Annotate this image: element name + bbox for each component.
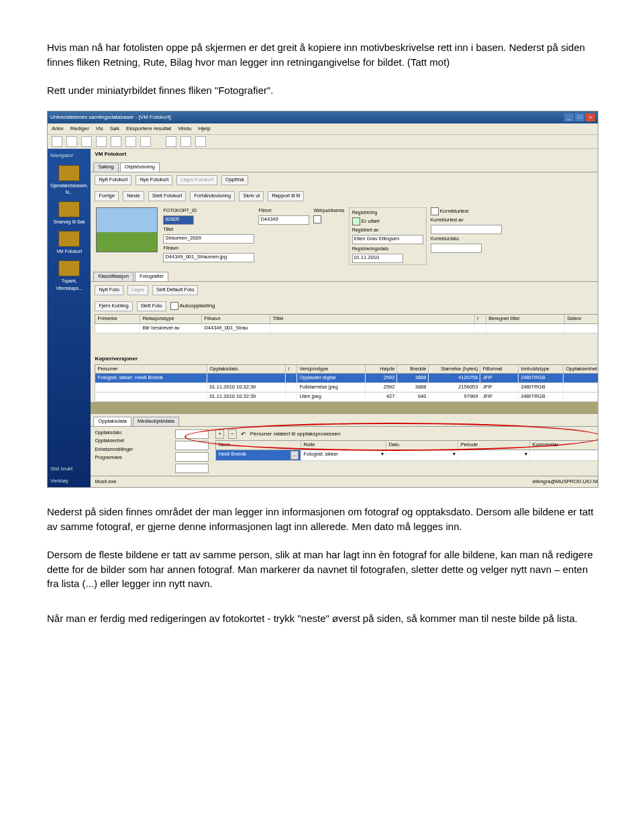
opptaksenhet-field[interactable] — [175, 441, 209, 450]
kopier-row[interactable]: 01.11.2010 10:32:39 Fullstørrelse jpeg 2… — [95, 383, 598, 393]
window-minimize-button[interactable]: _ — [564, 113, 574, 121]
nye-fotokort-button[interactable]: Nye Fotokort — [136, 175, 172, 185]
gh-filnavn[interactable]: Filnavn — [202, 315, 270, 323]
skrivut-button[interactable]: Skriv ut — [239, 191, 264, 201]
photo-thumbnail[interactable] — [96, 207, 158, 252]
forhandsvisning-button[interactable]: Forhåndsvisning — [190, 191, 235, 201]
slett-fotokort-button[interactable]: Slett Fotokort — [148, 191, 186, 201]
slettfoto-button[interactable]: Slett Foto — [137, 301, 166, 311]
gh-periode[interactable]: Periode — [458, 441, 530, 450]
tab-fotografier[interactable]: Fotografier — [135, 272, 168, 281]
plus-button[interactable]: + — [215, 429, 224, 439]
lagre-foto-button[interactable]: Lagre — [127, 285, 148, 295]
lagre-fotokort-button[interactable]: Lagre Fotokort — [176, 175, 217, 185]
toolbar-paste-icon[interactable] — [111, 136, 121, 147]
autoopplasting-checkbox[interactable] — [170, 302, 178, 310]
gh-sidenr[interactable]: Sidenr — [565, 315, 598, 323]
registreringsdato-field[interactable]: 01.11.2010 — [352, 254, 403, 263]
gh[interactable]: Opptaksenhet — [564, 365, 598, 374]
toolbar-icon[interactable] — [66, 136, 77, 147]
gh[interactable]: Høyde — [366, 365, 397, 374]
dropdown-icon[interactable]: ▾ — [453, 451, 455, 460]
toolbar-copy-icon[interactable] — [96, 136, 107, 147]
sidebar-item[interactable]: VM Fotokort — [50, 248, 88, 255]
korrekturdato-field[interactable] — [431, 244, 482, 253]
gh-relasjonstype[interactable]: Relasjonstype — [140, 315, 202, 323]
gh[interactable]: Innholdstype — [519, 365, 564, 374]
korrekturlest-checkbox[interactable] — [431, 207, 439, 215]
toolbar-icon[interactable] — [195, 136, 206, 147]
webpubliseres-checkbox[interactable] — [313, 215, 321, 223]
undo-button[interactable]: ↶ — [241, 430, 246, 439]
foto-grid-row[interactable]: Blir beskrevet av D44349_001_Strau — [95, 324, 598, 333]
gh-beregnet[interactable]: Beregnet tittel — [486, 315, 565, 323]
sidebar-item[interactable]: Topark, Vitenskaps... — [50, 278, 88, 291]
window-close-button[interactable]: × — [586, 113, 595, 121]
gh[interactable]: Bredde — [397, 365, 429, 374]
dropdown-icon[interactable]: ▾ — [525, 451, 527, 460]
sidebar-icon[interactable] — [58, 201, 80, 217]
sidebar-item[interactable]: Gjenstandsbasen, N... — [50, 183, 88, 196]
gh[interactable]: Personer — [95, 365, 207, 374]
toolbar-icon[interactable] — [180, 136, 191, 147]
opptaksdato-field[interactable] — [175, 429, 209, 439]
window-maximize-button[interactable]: □ — [575, 113, 584, 121]
tab-klassifikasjon[interactable]: Klassifikasjon — [93, 272, 133, 281]
gh-kommentar[interactable]: Kommentar — [530, 441, 598, 450]
toolbar-icon[interactable] — [52, 136, 62, 147]
gh[interactable]: Versjonstype — [297, 365, 366, 374]
neste-button[interactable]: Neste — [123, 191, 144, 201]
sidebar-icon[interactable] — [58, 165, 80, 181]
sidebar-icon[interactable] — [58, 260, 80, 276]
toolbar-cut-icon[interactable] — [81, 136, 92, 147]
kopier-row[interactable]: Fotograf, sikker: Heidi Breivik Opplaste… — [95, 374, 598, 383]
settdefault-button[interactable]: Sett Default Foto — [152, 285, 198, 295]
menu-hjelp[interactable]: Hjelp — [198, 125, 210, 133]
gh-dato[interactable]: Dato — [386, 441, 458, 450]
sidebar-bottom-item[interactable]: Verktøy — [50, 477, 88, 485]
gh-navn[interactable]: Navn — [216, 441, 301, 450]
tab-objektvisning[interactable]: Objektvisning — [120, 162, 160, 172]
menu-vindu[interactable]: Vindu — [178, 125, 191, 133]
fotokortid-field[interactable]: 82805 — [163, 215, 194, 225]
forrige-button[interactable]: Forrige — [95, 191, 119, 201]
sidebar-item[interactable]: Snarveg til Sak — [50, 219, 88, 225]
oppfrisk-button[interactable]: Oppfrisk — [221, 175, 248, 185]
filmnr-field[interactable]: D44349 — [258, 215, 309, 225]
kopier-row[interactable]: 01.11.2010 10:32:39 Liten jpeg 427 640 9… — [95, 393, 598, 402]
enhetsinnstillinger-field[interactable] — [175, 452, 209, 462]
personer-row[interactable]: Heidi Breivik... Fotograf, sikker▾ ▾ ▾ — [215, 450, 598, 461]
gh[interactable]: Opptaksdato — [207, 365, 286, 374]
tab-soking[interactable]: Søking — [93, 162, 118, 172]
rapport-button[interactable]: Rapport til fil — [268, 191, 304, 201]
gh-frimerke[interactable]: Frimerke — [95, 315, 140, 323]
korrekturlestav-field[interactable] — [431, 225, 502, 234]
nyttfoto-button[interactable]: Nytt Foto — [95, 285, 123, 295]
gh-rolle[interactable]: Rolle — [301, 441, 386, 450]
registrertav-field[interactable]: Ellen Grav Ellingsen — [352, 235, 423, 244]
toolbar-icon[interactable] — [125, 136, 136, 147]
minus-button[interactable]: − — [228, 429, 237, 439]
gh[interactable]: Størrelse (bytes) — [429, 365, 480, 374]
menu-rediger[interactable]: Rediger — [70, 125, 89, 133]
programvare-field[interactable] — [175, 464, 209, 473]
menu-vis[interactable]: Vis — [96, 125, 103, 133]
nytt-fotokort-button[interactable]: Nytt Fotokort — [95, 175, 131, 185]
toolbar-delete-icon[interactable] — [140, 136, 151, 147]
tab-opptaksdata[interactable]: Opptaksdata — [93, 417, 131, 426]
gh[interactable]: Filformat — [480, 365, 519, 374]
tab-mediaobjektdata[interactable]: Mediaobjektdata — [133, 417, 179, 426]
fjernkobling-button[interactable]: Fjern Kobling — [95, 301, 132, 311]
filnavn-field[interactable]: D44349_001_Straumen.jpg — [163, 253, 254, 262]
dropdown-icon[interactable]: ▾ — [381, 451, 384, 460]
tittel-field[interactable]: Straumen_2009 — [163, 234, 254, 244]
ellipsis-button[interactable]: ... — [290, 451, 299, 460]
menu-arkiv[interactable]: Arkiv — [52, 125, 64, 133]
menu-eksportere[interactable]: Eksportere resultat — [126, 125, 171, 133]
toolbar-icon[interactable] — [166, 136, 176, 147]
sidebar-icon[interactable] — [58, 231, 80, 247]
erutfort-checkbox[interactable] — [352, 217, 360, 225]
sidebar-bottom-item[interactable]: Sist brukt — [50, 465, 88, 473]
menu-sok[interactable]: Søk — [110, 125, 119, 133]
gh-tittel[interactable]: Tittel — [270, 315, 475, 323]
